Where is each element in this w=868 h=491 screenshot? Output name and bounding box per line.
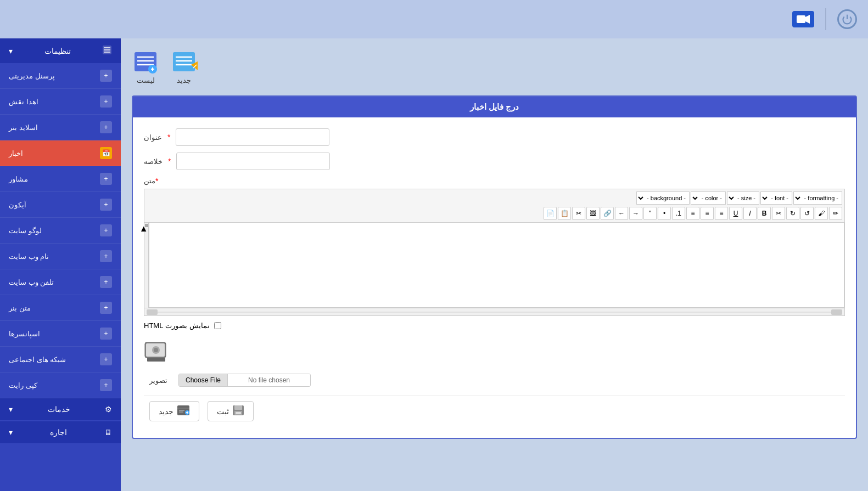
size-select[interactable]: - size -	[727, 191, 759, 205]
tool-blockquote[interactable]: "	[643, 207, 657, 220]
editor-toolbar: - formatting - - font - - size - - color…	[144, 189, 845, 223]
title-required: *	[167, 133, 170, 142]
tool-outdent[interactable]: ←	[615, 207, 628, 220]
editor-content-area[interactable]	[149, 223, 844, 308]
sidebar-item-sponsors[interactable]: + اسپانسرها	[0, 321, 121, 347]
settings-chevron-icon: ▾	[9, 47, 13, 55]
svg-rect-25	[236, 412, 241, 414]
save-button[interactable]: ثبت	[208, 401, 254, 421]
tool-align-right[interactable]: ≡	[686, 207, 699, 220]
new-record-button[interactable]: جدید	[149, 401, 199, 421]
editor-hscrollbar[interactable]	[144, 308, 845, 316]
rent-monitor-icon: 🖥	[104, 428, 112, 437]
sidebar-item-slider[interactable]: + اسلاید بنر	[0, 115, 121, 140]
title-input[interactable]	[176, 128, 329, 146]
html-checkbox[interactable]	[214, 322, 221, 329]
tool-bold[interactable]: B	[758, 207, 771, 220]
tool-underline[interactable]: U	[729, 207, 742, 220]
sidebar-services-footer[interactable]: ⚙ خدمات ▾	[0, 398, 121, 420]
services-chevron-icon: ▾	[9, 405, 13, 414]
background-select[interactable]: - background -	[636, 191, 690, 205]
html-checkbox-label[interactable]: نمایش بصورت HTML	[144, 321, 210, 330]
tool-align-center[interactable]: ≡	[701, 207, 714, 220]
slider-label: اسلاید بنر	[9, 123, 38, 132]
tool-indent[interactable]: →	[629, 207, 642, 220]
svg-rect-21	[147, 358, 165, 362]
role-icon: +	[100, 95, 112, 108]
tool-align-left[interactable]: ≡	[715, 207, 728, 220]
tool-paste[interactable]: 📄	[544, 207, 557, 220]
color-select[interactable]: - color -	[691, 191, 726, 205]
sidebar-item-phone[interactable]: + تلفن وب سایت	[0, 269, 121, 295]
sidebar-item-copyright[interactable]: + کپی رایت	[0, 373, 121, 398]
tool-paint[interactable]: 🖌	[815, 207, 828, 220]
copyright-icon: +	[100, 379, 112, 391]
tool-pencil[interactable]: ✏	[829, 207, 842, 220]
list-icon	[132, 49, 159, 74]
svg-rect-23	[234, 405, 242, 410]
formatting-select[interactable]: - formatting -	[793, 191, 842, 205]
sidebar-item-icon[interactable]: + آیکون	[0, 192, 121, 218]
bannertext-label: متن بنر	[9, 304, 31, 312]
tool-redo[interactable]: ↻	[786, 207, 799, 220]
save-label: ثبت	[217, 407, 229, 416]
form-title: درج فایل اخبار	[470, 102, 519, 111]
settings-icon	[102, 45, 112, 57]
rent-chevron-icon: ▾	[9, 428, 13, 437]
services-settings-icon: ⚙	[105, 405, 112, 414]
advisor-icon: +	[100, 173, 112, 185]
sidebar-item-advisor[interactable]: + مشاور	[0, 166, 121, 192]
new-button[interactable]: جدید	[170, 49, 198, 84]
slider-icon: +	[100, 121, 112, 133]
camera-button[interactable]	[792, 11, 814, 27]
logo-icon: +	[100, 224, 112, 236]
sidebar-item-sitename[interactable]: + نام وب سایت	[0, 244, 121, 269]
html-checkbox-row: نمایش بصورت HTML	[144, 321, 845, 330]
news-label: اخبار	[9, 149, 23, 157]
tool-cut[interactable]: ✂	[572, 207, 585, 220]
services-label: خدمات	[48, 405, 70, 414]
news-icon: 📅	[100, 147, 112, 159]
sidebar-item-role[interactable]: + اهدا نقش	[0, 89, 121, 115]
topbar-divider	[825, 8, 826, 30]
sitename-label: نام وب سایت	[9, 252, 49, 261]
new-record-icon	[177, 405, 190, 417]
tool-undo[interactable]: ↺	[800, 207, 814, 220]
editor-section: * متن - formatting - - font - - size -	[144, 177, 845, 316]
main-layout: لیست جدید درج فایل اخب	[0, 38, 868, 491]
tool-remove-format[interactable]: ✂	[772, 207, 785, 220]
tool-italic[interactable]: I	[743, 207, 757, 220]
phone-label: تلفن وب سایت	[9, 278, 54, 286]
text-required: *	[155, 177, 158, 185]
image-upload-area	[144, 338, 845, 363]
image-upload-icon[interactable]	[144, 338, 169, 363]
file-input-wrapper: No file chosen Choose File	[178, 374, 311, 387]
file-row: No file chosen Choose File تصویر	[144, 374, 845, 387]
file-no-chosen-text: No file chosen	[228, 374, 310, 386]
list-label: لیست	[137, 76, 155, 84]
title-row: * عنوان	[144, 128, 845, 146]
logo-label: لوگو سایت	[9, 227, 42, 235]
sponsors-icon: +	[100, 328, 112, 340]
sidebar-item-news[interactable]: 📅 اخبار	[0, 140, 121, 166]
tool-image[interactable]: 🖼	[586, 207, 600, 220]
sidebar-settings-header[interactable]: تنظیمات ▾	[0, 38, 121, 63]
tool-ordered-list[interactable]: 1.	[672, 207, 685, 220]
svg-point-19	[154, 348, 158, 352]
list-button[interactable]: لیست	[132, 49, 159, 84]
sidebar-item-bannertext[interactable]: + متن بنر	[0, 295, 121, 321]
power-button[interactable]	[837, 9, 857, 29]
social-label: شبکه های اجتماعی	[9, 355, 66, 364]
sidebar-rent-footer[interactable]: 🖥 اجاره ▾	[0, 421, 121, 443]
tool-copy[interactable]: 📋	[558, 207, 571, 220]
content-toolbar: لیست جدید	[132, 44, 857, 90]
tool-link[interactable]: 🔗	[601, 207, 614, 220]
icon-label: آیکون	[9, 201, 26, 209]
sidebar-item-personnel[interactable]: + پرسنل مدیریتی	[0, 63, 121, 89]
sidebar-item-logo[interactable]: + لوگو سایت	[0, 218, 121, 244]
summary-input[interactable]	[176, 153, 330, 170]
sidebar-item-social[interactable]: + شبکه های اجتماعی	[0, 347, 121, 373]
font-select[interactable]: - font -	[760, 191, 792, 205]
tool-unordered-list[interactable]: •	[658, 207, 671, 220]
file-choose-button[interactable]: Choose File	[179, 374, 228, 386]
